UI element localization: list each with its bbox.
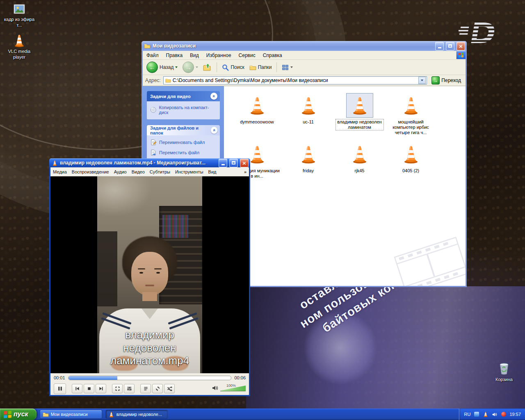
forward-dropdown-caret — [196, 66, 198, 68]
taskbar-task-vlc[interactable]: владимир недоволе... — [105, 410, 168, 419]
minimize-button[interactable] — [435, 42, 444, 50]
file-list-area[interactable]: dymmeooowoow uc-11 владимир недоволен ла… — [224, 86, 466, 286]
chevron-up-icon[interactable]: « — [211, 127, 217, 134]
file-label: dymmeooowoow — [239, 119, 275, 125]
fullscreen-button[interactable] — [112, 384, 123, 393]
file-label: мощнейший компьютер ирбис четыре гига ч.… — [387, 119, 435, 136]
search-button[interactable]: Поиск — [221, 63, 245, 72]
folders-icon — [249, 64, 256, 71]
forward-button[interactable]: → — [181, 61, 199, 74]
file-item-selected[interactable]: владимир недоволен ламинатом — [334, 94, 385, 136]
menu-file[interactable]: Файл — [143, 52, 162, 59]
video-display[interactable]: владимир недоволен ламинатом.mp4 — [50, 176, 249, 373]
loop-button[interactable] — [152, 384, 163, 393]
desktop-icon-label: кадр из эфира т... — [4, 17, 35, 28]
explorer-titlebar[interactable]: Мои видеозаписи × — [142, 41, 467, 51]
go-button[interactable]: → Переход — [429, 76, 463, 85]
tray-network-icon[interactable] — [473, 411, 479, 418]
file-item[interactable]: uc-11 — [283, 94, 334, 136]
task-move-file[interactable]: Переместить файл — [150, 149, 217, 156]
menu-view[interactable]: Вид — [206, 169, 219, 175]
tray-alert-icon[interactable] — [500, 411, 507, 418]
desktop-icon-vlc[interactable]: VLC media player — [3, 34, 35, 60]
volume-control[interactable]: 100% — [212, 385, 246, 393]
task-copy-to-cd[interactable]: Копировать на компакт-диск — [150, 105, 217, 115]
back-dropdown-caret — [175, 66, 178, 68]
close-button[interactable]: × — [457, 42, 465, 50]
vlc-cone-icon — [401, 96, 421, 115]
playlist-button[interactable] — [140, 384, 151, 393]
file-label: rjk45 — [354, 168, 365, 173]
back-button[interactable]: ← Назад — [145, 61, 179, 74]
maximize-button[interactable] — [229, 159, 238, 167]
menu-view[interactable]: Вид — [186, 52, 203, 59]
vlc-titlebar[interactable]: владимир недоволен ламинатом.mp4 - Медиа… — [49, 158, 250, 167]
extended-settings-button[interactable] — [124, 384, 135, 393]
address-field[interactable] — [163, 76, 427, 84]
seek-slider[interactable] — [68, 376, 232, 380]
folder-icon — [144, 43, 151, 49]
menu-subtitles[interactable]: Субтитры — [147, 169, 173, 175]
maximize-button[interactable] — [446, 42, 454, 50]
minimize-button[interactable] — [219, 159, 227, 167]
folders-button[interactable]: Папки — [248, 63, 273, 72]
menu-tools[interactable]: Сервис — [235, 52, 259, 59]
menu-video[interactable]: Видео — [129, 169, 147, 175]
views-button[interactable] — [281, 63, 294, 72]
file-item[interactable]: 0405 (2) — [385, 142, 436, 179]
menu-edit[interactable]: Правка — [162, 52, 187, 59]
desktop-icon-label: VLC media player — [4, 49, 35, 60]
close-button[interactable]: × — [240, 159, 249, 167]
language-indicator[interactable]: RU — [464, 412, 471, 417]
desktop-icon-frame-image[interactable]: кадр из эфира т... — [3, 2, 35, 28]
next-button[interactable] — [96, 384, 106, 393]
file-label: владимир недоволен ламинатом — [336, 119, 383, 130]
speaker-icon — [212, 385, 218, 391]
menu-audio[interactable]: Аудио — [112, 169, 129, 175]
video-tasks-panel: Задачи для видео « Копировать на компакт… — [147, 91, 220, 119]
task-label: Переименовать файл — [159, 140, 205, 145]
start-button[interactable]: пуск — [0, 409, 37, 420]
explorer-toolbar: ← Назад → Поиск Папки — [143, 60, 466, 75]
file-item[interactable]: rjk45 — [334, 142, 385, 179]
file-label: uc-11 — [302, 119, 315, 125]
chevron-up-icon[interactable]: « — [210, 93, 217, 100]
file-grid: dymmeooowoow uc-11 владимир недоволен ла… — [224, 86, 466, 179]
menu-overflow-chevron[interactable]: » — [242, 169, 249, 175]
menu-tools[interactable]: Инструменты — [173, 169, 206, 175]
address-dropdown-button[interactable] — [418, 77, 426, 84]
previous-button[interactable] — [72, 384, 82, 393]
taskbar-task-explorer[interactable]: Мои видеозаписи — [40, 410, 102, 419]
go-arrow-icon: → — [431, 76, 440, 84]
up-button[interactable] — [202, 62, 213, 73]
menu-favorites[interactable]: Избранное — [203, 52, 235, 59]
stop-button[interactable] — [84, 384, 94, 393]
video-tasks-header[interactable]: Задачи для видео « — [147, 91, 220, 101]
task-rename-file[interactable]: Переименовать файл — [150, 139, 217, 146]
file-item[interactable]: friday — [283, 142, 334, 179]
menu-help[interactable]: Справка — [259, 52, 286, 59]
menu-media[interactable]: Медиа — [50, 169, 69, 175]
shuffle-button[interactable] — [164, 384, 175, 393]
vlc-window-title: владимир недоволен ламинатом.mp4 - Медиа… — [60, 160, 217, 166]
address-input[interactable] — [173, 78, 417, 83]
recycle-bin[interactable]: Корзина — [488, 361, 520, 383]
taskbar-clock[interactable]: 19:57 — [509, 412, 521, 417]
taskbar: пуск Мои видеозаписи владимир недоволе..… — [0, 409, 525, 420]
explorer-window-title: Мои видеозаписи — [153, 43, 433, 49]
vlc-cone-icon — [12, 34, 26, 48]
vlc-cone-icon — [401, 144, 421, 164]
pause-button[interactable] — [54, 383, 66, 394]
file-tasks-title: Задачи для файлов и папок — [150, 126, 211, 135]
file-label: 0405 (2) — [402, 168, 420, 173]
views-icon — [282, 64, 289, 71]
tray-vlc-icon[interactable] — [482, 411, 488, 418]
file-tasks-header[interactable]: Задачи для файлов и папок « — [147, 125, 220, 135]
tray-volume-icon[interactable] — [491, 411, 498, 418]
file-item[interactable]: dymmeooowoow — [231, 94, 283, 136]
file-item[interactable]: мощнейший компьютер ирбис четыре гига ч.… — [385, 94, 436, 136]
folders-label: Папки — [258, 64, 272, 70]
search-label: Поиск — [231, 64, 244, 70]
picture-icon — [13, 2, 26, 16]
menu-playback[interactable]: Воспроизведение — [69, 169, 112, 175]
